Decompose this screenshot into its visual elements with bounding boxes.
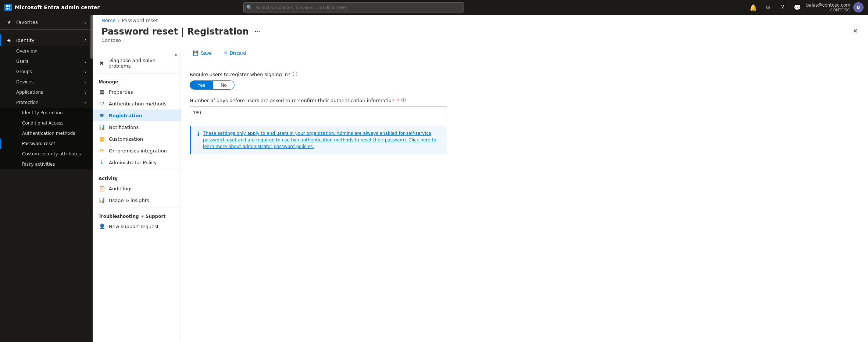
days-label-text: Number of days before users are asked to… — [190, 98, 394, 103]
yes-button[interactable]: Yes — [190, 80, 213, 90]
users-label: Users — [16, 59, 29, 64]
brand-title: Microsoft Entra admin center — [15, 4, 100, 10]
auth-methods-icon: 🛡 — [99, 101, 105, 107]
identity-subitems: Overview Users ∨ Groups ∨ Devices ∨ Appl… — [0, 46, 93, 169]
sidebar-item-risky-activities[interactable]: Risky activities — [0, 159, 93, 169]
risky-activities-label: Risky activities — [22, 162, 55, 167]
properties-label: Properties — [109, 89, 133, 95]
applications-chevron-icon: ∨ — [84, 90, 87, 94]
search-container: 🔍 — [243, 2, 464, 12]
custom-security-label: Custom security attributes — [22, 151, 81, 156]
page-header-left: Password reset | Registration ··· Contos… — [101, 26, 262, 43]
settings-button[interactable]: ⚙ — [762, 1, 774, 13]
devices-label: Devices — [16, 79, 33, 84]
nav-item-audit-logs[interactable]: 📋 Audit logs — [93, 183, 181, 194]
identity-icon: ◈ — [6, 37, 12, 43]
user-email: balas@contoso.com — [806, 3, 850, 8]
nav-item-diagnose[interactable]: ✖ Diagnose and solve problems — [93, 55, 181, 72]
sidebar-item-overview[interactable]: Overview — [0, 46, 93, 56]
nav-item-new-support[interactable]: 👤 New support request — [93, 220, 181, 232]
sidebar-item-custom-security[interactable]: Custom security attributes — [0, 149, 93, 159]
identity-protection-label: Identity Protection — [22, 110, 63, 115]
require-register-label: Require users to register when signing i… — [190, 71, 859, 78]
sidebar-item-applications[interactable]: Applications ∨ — [0, 87, 93, 97]
groups-chevron-icon: ∨ — [84, 70, 87, 74]
sidebar: ★ Favorites ∨ ◈ Identity ∧ Overview User… — [0, 15, 93, 342]
info-box-link[interactable]: These settings only apply to end users i… — [203, 131, 436, 149]
sidebar-item-authentication-methods[interactable]: Authentication methods — [0, 128, 93, 138]
favorites-label: Favorites — [16, 19, 38, 25]
nav-item-usage-insights[interactable]: 📊 Usage & insights — [93, 194, 181, 206]
avatar[interactable]: B — [853, 2, 864, 12]
save-button[interactable]: 💾 Save — [190, 49, 215, 57]
days-input[interactable] — [190, 107, 447, 118]
protection-subitems: Identity Protection Conditional Access A… — [0, 108, 93, 169]
search-input[interactable] — [243, 2, 464, 12]
days-field: Number of days before users are asked to… — [190, 97, 859, 118]
more-options-button[interactable]: ··· — [253, 26, 262, 37]
main-layout: ★ Favorites ∨ ◈ Identity ∧ Overview User… — [0, 15, 868, 342]
main-content: 💾 Save ✕ Discard Require users to regist… — [181, 49, 868, 342]
sidebar-item-users[interactable]: Users ∨ — [0, 56, 93, 66]
require-register-field: Require users to register when signing i… — [190, 71, 859, 90]
page-title: Password reset | Registration — [101, 26, 249, 37]
user-org: CONTOSO — [806, 8, 850, 12]
groups-label: Groups — [16, 69, 32, 74]
chevron-down-icon: ∨ — [84, 20, 87, 24]
password-reset-label: Password reset — [22, 141, 55, 146]
discard-button[interactable]: ✕ Discard — [221, 49, 249, 57]
close-button[interactable]: ✕ — [851, 26, 859, 36]
nav-item-admin-policy[interactable]: ℹ Administrator Policy — [93, 156, 181, 168]
auth-methods-nav-label: Authentication methods — [109, 101, 167, 107]
sidebar-item-identity[interactable]: ◈ Identity ∧ — [0, 34, 93, 46]
admin-policy-icon: ℹ — [99, 159, 105, 165]
new-support-label: New support request — [109, 224, 159, 229]
require-register-info-icon[interactable]: ⓘ — [293, 71, 297, 78]
sidebar-item-password-reset[interactable]: Password reset — [0, 138, 93, 149]
discard-icon: ✕ — [224, 50, 228, 56]
sidebar-divider — [0, 29, 93, 30]
overview-label: Overview — [16, 48, 37, 54]
yes-no-toggle: Yes No — [190, 80, 859, 90]
collapse-nav-button[interactable]: « — [175, 52, 178, 58]
nav-item-properties[interactable]: ▦ Properties — [93, 86, 181, 98]
nav-item-on-premises[interactable]: ⟳ On-premises integration — [93, 145, 181, 156]
svg-rect-2 — [6, 8, 8, 10]
breadcrumb: Home › Password reset — [93, 15, 868, 23]
audit-logs-icon: 📋 — [99, 186, 105, 191]
nav-item-auth-methods[interactable]: 🛡 Authentication methods — [93, 98, 181, 109]
breadcrumb-home[interactable]: Home — [101, 18, 115, 23]
sidebar-section-favorites: ★ Favorites ∨ — [0, 15, 93, 33]
nav-item-notifications[interactable]: 📊 Notifications — [93, 121, 181, 133]
sidebar-item-favorites[interactable]: ★ Favorites ∨ — [0, 16, 93, 28]
star-icon: ★ — [6, 19, 12, 25]
notification-bell-button[interactable]: 🔔 — [747, 1, 759, 13]
registration-label: Registration — [109, 113, 142, 118]
sidebar-item-devices[interactable]: Devices ∨ — [0, 77, 93, 87]
usage-insights-icon: 📊 — [99, 197, 105, 203]
require-register-text: Require users to register when signing i… — [190, 72, 290, 77]
nav-item-registration[interactable]: ≡ Registration — [93, 109, 181, 121]
days-info-icon[interactable]: ⓘ — [401, 97, 406, 104]
sidebar-item-protection[interactable]: Protection ∧ — [0, 97, 93, 108]
svg-rect-3 — [8, 8, 10, 10]
conditional-access-label: Conditional Access — [22, 120, 64, 126]
users-chevron-icon: ∨ — [84, 60, 87, 64]
customization-label: Customization — [109, 136, 143, 142]
page-title-group: Password reset | Registration ··· — [101, 26, 262, 37]
no-button[interactable]: No — [213, 80, 235, 90]
notifications-icon: 📊 — [99, 124, 105, 130]
svg-rect-1 — [8, 5, 10, 7]
audit-logs-label: Audit logs — [109, 186, 133, 191]
help-button[interactable]: ? — [777, 1, 789, 13]
nav-item-customization[interactable]: ▦ Customization — [93, 133, 181, 145]
feedback-button[interactable]: 💬 — [792, 1, 803, 13]
sidebar-item-conditional-access[interactable]: Conditional Access — [0, 118, 93, 128]
info-box-text: These settings only apply to end users i… — [203, 130, 441, 150]
days-label: Number of days before users are asked to… — [190, 97, 859, 104]
sidebar-item-identity-protection[interactable]: Identity Protection — [0, 108, 93, 118]
sidebar-item-groups[interactable]: Groups ∨ — [0, 66, 93, 77]
breadcrumb-separator: › — [118, 18, 119, 23]
sidebar-section-identity: ◈ Identity ∧ Overview Users ∨ Groups ∨ — [0, 33, 93, 171]
activity-section-label: Activity — [93, 172, 181, 183]
